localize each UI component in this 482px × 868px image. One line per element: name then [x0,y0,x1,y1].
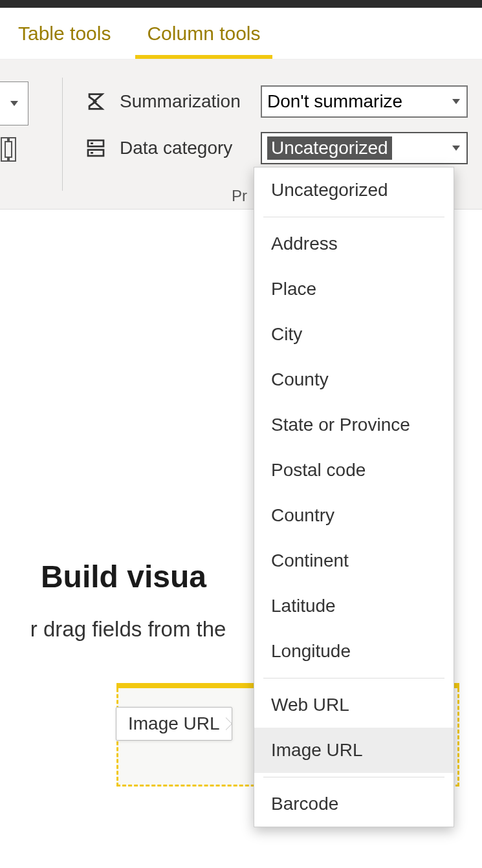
dropdown-item[interactable]: Address [254,221,454,266]
data-category-label: Data category [120,138,261,158]
field-tooltip: Image URL [116,707,232,741]
format-icon [0,136,17,163]
app-window: Table tools Column tools Summarization D… [0,0,482,868]
data-category-row: Data category Uncategorized [83,132,468,164]
dropdown-separator [263,678,444,678]
ribbon-left-group [0,60,31,166]
canvas-heading-left: Build visua [41,559,206,594]
svg-rect-2 [91,142,93,144]
sigma-icon [83,89,108,114]
summarization-value: Don't summarize [267,91,402,112]
chevron-down-icon [452,99,460,104]
format-dropdown-button[interactable] [0,81,28,125]
dropdown-item[interactable]: Country [254,493,454,538]
dropdown-item[interactable]: Image URL [254,728,454,773]
svg-rect-3 [91,152,93,154]
chevron-down-icon [10,101,18,106]
dropdown-item[interactable]: State or Province [254,402,454,448]
properties-group: Summarization Don't summarize Data categ… [83,60,468,179]
dropdown-item[interactable]: Postal code [254,448,454,493]
ribbon-divider [62,78,63,191]
ribbon-tabs: Table tools Column tools [0,8,482,60]
summarization-label: Summarization [120,91,261,112]
dropdown-item[interactable]: City [254,312,454,357]
dropdown-separator [263,777,444,777]
data-category-value: Uncategorized [267,136,392,160]
summarization-select[interactable]: Don't summarize [261,85,468,118]
data-category-select[interactable]: Uncategorized [261,132,468,164]
category-icon [83,136,108,160]
chevron-down-icon [452,146,460,151]
dropdown-item[interactable]: Uncategorized [254,168,454,213]
ribbon-section-caption: Pr [232,187,247,205]
dropdown-item[interactable]: Longitude [254,629,454,674]
svg-rect-1 [88,150,104,156]
dropdown-item[interactable]: Latitude [254,583,454,629]
dropdown-item[interactable]: Place [254,266,454,312]
data-category-dropdown[interactable]: UncategorizedAddressPlaceCityCountyState… [254,167,454,827]
svg-rect-0 [88,140,104,146]
window-titlebar [0,0,482,8]
summarization-row: Summarization Don't summarize [83,85,468,118]
dropdown-item[interactable]: County [254,357,454,402]
dropdown-separator [263,217,444,217]
dropdown-item[interactable]: Barcode [254,781,454,827]
dropdown-item[interactable]: Continent [254,538,454,583]
dropdown-item[interactable]: Web URL [254,682,454,728]
tab-column-tools[interactable]: Column tools [129,8,278,59]
tab-table-tools[interactable]: Table tools [0,8,129,59]
canvas-sub-left: r drag fields from the [30,617,226,641]
